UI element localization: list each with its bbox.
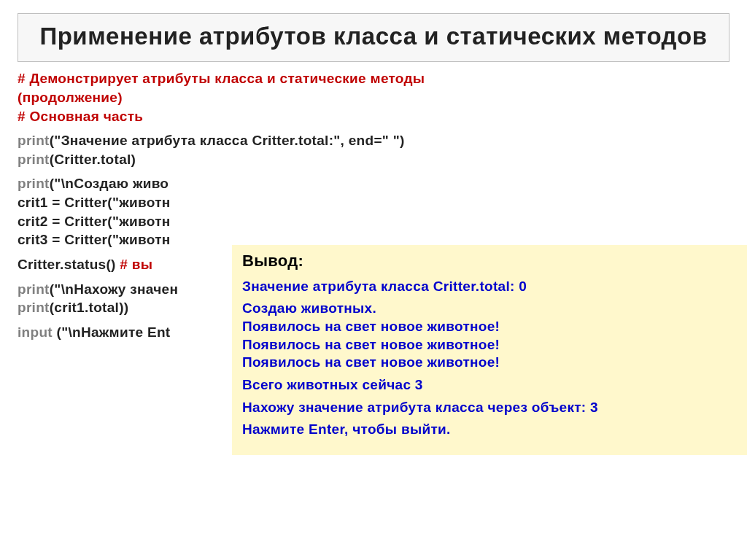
comment-demo-line2: (продолжение) bbox=[18, 90, 123, 105]
output-line-2c: Появилось на свет новое животное! bbox=[242, 337, 500, 352]
output-box: Вывод: Значение атрибута класса Critter.… bbox=[232, 245, 747, 455]
kw-print-1: print bbox=[18, 133, 50, 148]
output-line-2d: Появилось на свет новое животное! bbox=[242, 354, 500, 370]
code-line10-rest: ("\nНажмите Ent bbox=[57, 324, 171, 340]
comment-main: # Основная часть bbox=[18, 109, 143, 124]
code-line4: crit1 = Critter("животн bbox=[18, 195, 171, 210]
kw-print-4: print bbox=[18, 281, 50, 297]
output-line-1: Значение атрибута класса Critter.total: … bbox=[242, 278, 747, 296]
code-line1-rest: ("Значение атрибута класса Critter.total… bbox=[50, 133, 405, 148]
code-line9-rest: (crit1.total)) bbox=[50, 300, 129, 315]
kw-print-5: print bbox=[18, 300, 50, 315]
kw-print-2: print bbox=[18, 152, 50, 167]
code-line7-comment: # вы bbox=[120, 257, 152, 272]
code-line5: crit2 = Critter("животн bbox=[18, 214, 171, 229]
code-line6: crit3 = Critter("животн bbox=[18, 232, 171, 247]
code-line2-rest: (Critter.total) bbox=[50, 152, 136, 167]
code-line8-rest: ("\nНахожу значен bbox=[50, 281, 178, 297]
kw-input: input bbox=[18, 324, 57, 340]
comment-demo-line1: # Демонстрирует атрибуты класса и статич… bbox=[18, 71, 425, 86]
code-line7a: Critter.status() bbox=[18, 257, 120, 272]
output-title: Вывод: bbox=[242, 251, 747, 272]
output-line-2b: Появилось на свет новое животное! bbox=[242, 319, 500, 334]
output-line-5: Нажмите Enter, чтобы выйти. bbox=[242, 421, 747, 439]
slide-title: Применение атрибутов класса и статически… bbox=[30, 21, 717, 51]
slide-title-box: Применение атрибутов класса и статически… bbox=[18, 13, 729, 62]
output-line-3: Всего животных сейчас 3 bbox=[242, 376, 747, 394]
kw-print-3: print bbox=[18, 176, 50, 191]
output-line-4: Нахожу значение атрибута класса через об… bbox=[242, 399, 747, 417]
output-line-2a: Создаю животных. bbox=[242, 300, 376, 316]
code-line3-rest: ("\nСоздаю живо bbox=[50, 176, 169, 191]
